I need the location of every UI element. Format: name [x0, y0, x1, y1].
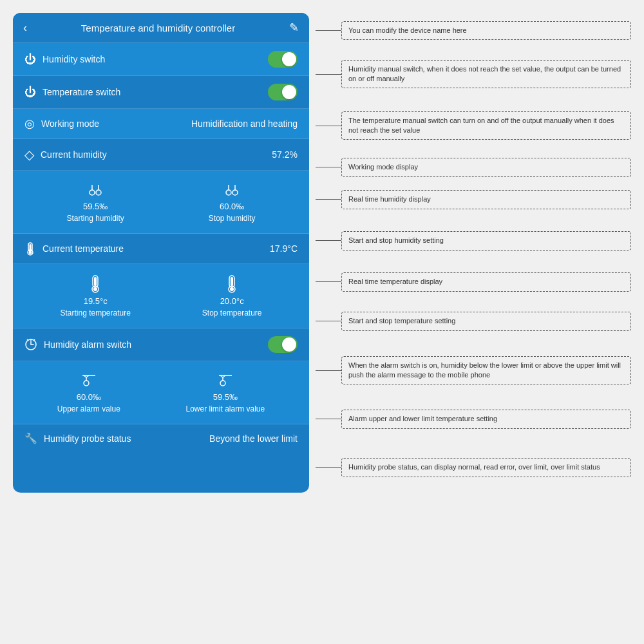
stop-humidity-item[interactable]: 60.0‰ Stop humidity	[209, 181, 256, 223]
alarm-settings-row: 60.0‰ Upper alarm value 59.5‰ Lower limi…	[13, 361, 309, 424]
connector-temp-settings	[316, 321, 341, 321]
annotation-box-current-humidity: Real time humidity display	[341, 190, 631, 209]
annotation-temp-settings: Start and stop temperature setting	[316, 298, 631, 345]
lower-alarm-item[interactable]: 59.5‰ Lower limit alarm value	[185, 372, 265, 413]
stop-temperature-item[interactable]: 20.0°c Stop temperature	[202, 274, 262, 317]
annotation-line-working-mode: Working mode display	[316, 158, 631, 176]
svg-point-3	[232, 190, 238, 195]
therm-icon-stop	[225, 274, 238, 294]
working-mode-left: ◎ Working mode	[24, 117, 99, 131]
probe-status-value: Beyond the lower limit	[209, 433, 298, 444]
humidity-alarm-label: Humidity alarm switch	[44, 339, 131, 350]
drop-double-icon-stop	[223, 181, 241, 199]
annotation-box-working-mode: Working mode display	[341, 158, 631, 176]
phone-panel: ‹ Temperature and humidity controller ✎ …	[13, 13, 309, 493]
connector-humidity-switch	[316, 74, 341, 75]
annotation-line-current-humidity: Real time humidity display	[316, 190, 631, 209]
connector-probe	[316, 467, 341, 468]
annotation-box-humidity-alarm: When the alarm switch is on, humidity be…	[341, 356, 631, 385]
annotation-line-alarm-settings: Alarm upper and lower limit temperature …	[316, 410, 631, 428]
upper-alarm-item[interactable]: 60.0‰ Upper alarm value	[57, 372, 120, 413]
svg-point-0	[90, 190, 95, 195]
svg-point-21	[84, 381, 89, 386]
annotation-humidity-settings: Start and stop humidity setting	[316, 216, 631, 266]
annotation-box-probe: Humidity probe status, can display norma…	[341, 458, 631, 477]
humidity-alarm-left: Humidity alarm switch	[24, 338, 131, 351]
drop-icon-humidity: ◇	[24, 147, 34, 162]
starting-humidity-value: 59.5‰	[83, 202, 108, 211]
starting-temperature-item[interactable]: 19.5°c Starting temperature	[60, 274, 130, 317]
wrench-icon: 🔧	[24, 432, 37, 444]
starting-humidity-item[interactable]: 59.5‰ Starting humidity	[66, 181, 124, 223]
humidity-switch-row: ⏻ Humidity switch	[13, 43, 309, 76]
annotation-box-temp-settings: Start and stop temperature setting	[341, 312, 631, 330]
header-title: Temperature and humidity controller	[81, 23, 235, 33]
annotation-box-temp-switch: The temperature manual switch can turn o…	[341, 111, 631, 140]
connector-title	[316, 30, 341, 31]
working-mode-row: ◎ Working mode Humidification and heatin…	[13, 109, 309, 139]
annotation-line-title: You can modify the device name here	[316, 21, 631, 40]
probe-status-label: Humidity probe status	[44, 433, 131, 444]
power-icon-humidity: ⏻	[24, 53, 36, 66]
connector-humidity-alarm	[316, 370, 341, 371]
current-humidity-value: 57.2%	[272, 149, 298, 160]
temperature-toggle[interactable]	[268, 84, 298, 100]
current-humidity-left: ◇ Current humidity	[24, 147, 107, 162]
drop-double-icon-start	[86, 181, 104, 199]
lower-alarm-value: 59.5‰	[213, 392, 238, 402]
starting-temp-label: Starting temperature	[60, 308, 130, 317]
back-button[interactable]: ‹	[23, 21, 27, 35]
annotation-box-humidity-switch: Humidity manual switch, when it does not…	[341, 60, 631, 89]
power-icon-temperature: ⏻	[24, 86, 36, 99]
main-container: ‹ Temperature and humidity controller ✎ …	[13, 13, 631, 493]
humidity-toggle[interactable]	[268, 51, 298, 68]
humidity-alarm-toggle[interactable]	[268, 336, 298, 353]
svg-point-11	[93, 287, 97, 291]
connector-humidity-settings	[316, 240, 341, 241]
connector-working-mode	[316, 167, 341, 167]
svg-point-1	[96, 190, 101, 195]
annotation-line-temp-reading: Real time temperature display	[316, 272, 631, 291]
connector-temp-reading	[316, 281, 341, 282]
annotation-line-temp-switch: The temperature manual switch can turn o…	[316, 111, 631, 140]
probe-status-left: 🔧 Humidity probe status	[24, 432, 131, 444]
connector-temp-switch	[316, 126, 341, 126]
annotation-box-humidity-settings: Start and stop humidity setting	[341, 231, 631, 250]
current-temperature-label: Current temperature	[43, 243, 124, 254]
svg-point-15	[230, 287, 234, 291]
edit-button[interactable]: ✎	[289, 21, 299, 35]
stop-temp-value: 20.0°c	[220, 296, 244, 306]
humidity-alarm-row: Humidity alarm switch	[13, 328, 309, 361]
temperature-switch-row: ⏻ Temperature switch	[13, 76, 309, 109]
annotation-humidity-switch: Humidity manual switch, when it does not…	[316, 48, 631, 100]
starting-temp-value: 19.5°c	[84, 296, 108, 306]
annotations-panel: You can modify the device name here Humi…	[309, 13, 631, 493]
stop-humidity-value: 60.0‰	[220, 202, 244, 211]
probe-status-row: 🔧 Humidity probe status Beyond the lower…	[13, 424, 309, 452]
current-temperature-left: Current temperature	[24, 242, 124, 256]
lower-alarm-label: Lower limit alarm value	[185, 404, 265, 413]
annotation-box-temp-reading: Real time temperature display	[341, 272, 631, 291]
humidity-switch-left: ⏻ Humidity switch	[24, 53, 105, 66]
current-humidity-row: ◇ Current humidity 57.2%	[13, 139, 309, 171]
temperature-switch-label: Temperature switch	[43, 87, 120, 97]
therm-icon-start	[89, 274, 102, 294]
annotation-line-temp-settings: Start and stop temperature setting	[316, 312, 631, 330]
working-mode-label: Working mode	[41, 118, 99, 129]
stop-temp-label: Stop temperature	[202, 308, 262, 317]
temperature-settings-row: 19.5°c Starting temperature 20.0°c Stop …	[13, 264, 309, 328]
starting-humidity-label: Starting humidity	[66, 214, 124, 223]
alarm-icon	[24, 338, 37, 351]
annotation-alarm-settings: Alarm upper and lower limit temperature …	[316, 396, 631, 442]
annotation-temp-reading: Real time temperature display	[316, 266, 631, 298]
annotation-temp-switch: The temperature manual switch can turn o…	[316, 100, 631, 151]
annotation-line-humidity-settings: Start and stop humidity setting	[316, 231, 631, 250]
annotation-humidity-alarm: When the alarm switch is on, humidity be…	[316, 345, 631, 396]
current-humidity-label: Current humidity	[41, 149, 107, 160]
annotation-box-title: You can modify the device name here	[341, 21, 631, 40]
svg-rect-10	[94, 277, 97, 286]
stop-humidity-label: Stop humidity	[209, 214, 256, 223]
humidity-switch-label: Humidity switch	[43, 54, 105, 64]
app-header: ‹ Temperature and humidity controller ✎	[13, 13, 309, 43]
annotation-title: You can modify the device name here	[316, 13, 631, 48]
